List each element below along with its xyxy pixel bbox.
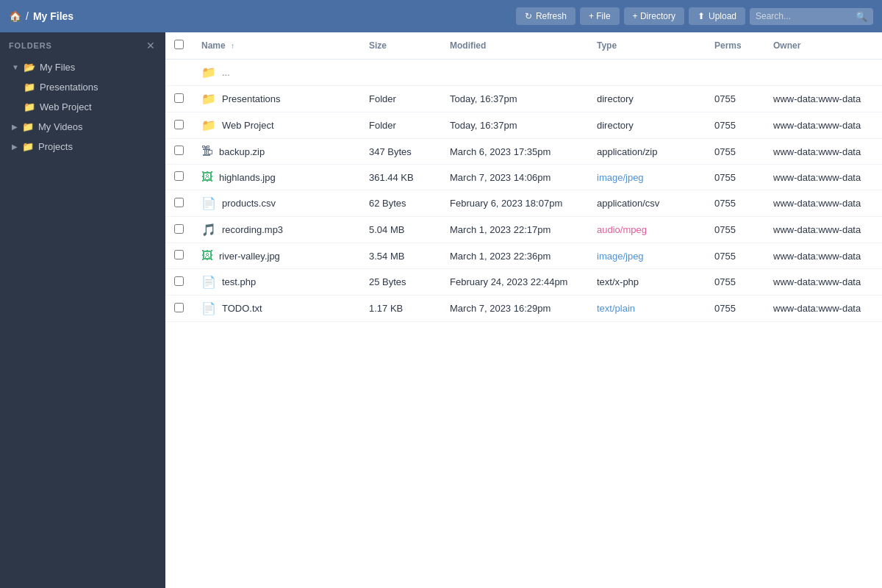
folders-label: Folders <box>9 41 52 50</box>
col-header-name[interactable]: Name ↑ <box>193 32 360 60</box>
file-type: application/zip <box>588 139 706 165</box>
chevron-right-icon: ▶ <box>12 143 18 151</box>
folder-icon: 📁 <box>24 82 35 93</box>
file-owner: www-data:www-data <box>764 112 882 139</box>
file-name[interactable]: test.php <box>222 276 256 287</box>
sidebar-close-button[interactable]: ✕ <box>145 40 157 51</box>
file-area: Name ↑ Size Modified Type Perms <box>165 32 882 588</box>
folder-parent-icon: 📁 <box>201 65 216 79</box>
file-size: Folder <box>360 112 441 139</box>
sidebar-item-label: Presentations <box>40 82 98 93</box>
file-perms <box>706 60 764 86</box>
table-row: 📁Web ProjectFolderToday, 16:37pmdirector… <box>165 112 882 139</box>
file-owner: www-data:www-data <box>764 165 882 190</box>
file-modified: March 1, 2023 22:17pm <box>441 217 588 243</box>
file-type: text/plain <box>588 295 706 322</box>
file-owner <box>764 60 882 86</box>
file-name[interactable]: river-valley.jpg <box>219 251 280 262</box>
file-modified: Today, 16:37pm <box>441 86 588 112</box>
sidebar-item-projects[interactable]: ▶ 📁 Projects <box>3 137 162 156</box>
refresh-button[interactable]: ↻ Refresh <box>516 7 576 25</box>
file-type: text/x-php <box>588 269 706 295</box>
sidebar-header: Folders ✕ <box>0 32 165 57</box>
add-file-button[interactable]: + File <box>580 7 620 25</box>
file-modified: March 7, 2023 14:06pm <box>441 165 588 190</box>
search-box: 🔍 <box>750 8 873 25</box>
col-header-perms[interactable]: Perms <box>706 32 764 60</box>
row-checkbox[interactable] <box>174 146 184 155</box>
table-row: 📄TODO.txt1.17 KBMarch 7, 2023 16:29pmtex… <box>165 295 882 322</box>
row-checkbox[interactable] <box>174 303 184 312</box>
file-perms: 0755 <box>706 295 764 322</box>
file-modified: March 7, 2023 16:29pm <box>441 295 588 322</box>
header-actions: ↻ Refresh + File + Directory ⬆ Upload 🔍 <box>516 7 873 25</box>
search-input[interactable] <box>756 11 851 21</box>
chevron-down-icon: ▼ <box>12 63 19 71</box>
upload-button[interactable]: ⬆ Upload <box>689 7 745 25</box>
file-owner: www-data:www-data <box>764 243 882 269</box>
file-name[interactable]: Web Project <box>222 120 274 131</box>
file-size: 5.04 MB <box>360 217 441 243</box>
folder-icon: 📂 <box>24 62 35 73</box>
row-checkbox[interactable] <box>174 224 184 234</box>
file-perms: 0755 <box>706 243 764 269</box>
mp3-icon: 🎵 <box>201 223 216 237</box>
main-layout: Folders ✕ ▼ 📂 My Files 📁 Presentations 📁… <box>0 32 882 588</box>
file-owner: www-data:www-data <box>764 86 882 112</box>
sidebar-item-label: My Files <box>40 62 75 73</box>
file-modified: Today, 16:37pm <box>441 112 588 139</box>
file-size <box>360 60 441 86</box>
sidebar-item-my-videos[interactable]: ▶ 📁 My Videos <box>3 118 162 136</box>
row-checkbox[interactable] <box>174 250 184 259</box>
file-type <box>588 60 706 86</box>
file-perms: 0755 <box>706 190 764 217</box>
home-icon: 🏠 <box>9 10 21 22</box>
file-name[interactable]: Presentations <box>222 93 281 104</box>
row-checkbox[interactable] <box>174 120 184 129</box>
file-type: image/jpeg <box>588 243 706 269</box>
table-row: 📁... <box>165 60 882 86</box>
file-perms: 0755 <box>706 139 764 165</box>
table-row: 📁PresentationsFolderToday, 16:37pmdirect… <box>165 86 882 112</box>
file-name[interactable]: backup.zip <box>219 146 265 157</box>
sidebar-item-web-project[interactable]: 📁 Web Project <box>3 98 162 116</box>
sidebar-item-presentations[interactable]: 📁 Presentations <box>3 78 162 96</box>
jpg-icon: 🖼 <box>201 249 213 262</box>
page-title: My Files <box>33 10 74 22</box>
sidebar-item-label: Web Project <box>40 101 92 112</box>
file-name[interactable]: TODO.txt <box>222 303 262 314</box>
file-type: directory <box>588 86 706 112</box>
add-directory-button[interactable]: + Directory <box>624 7 684 25</box>
col-header-type[interactable]: Type <box>588 32 706 60</box>
file-name[interactable]: highlands.jpg <box>219 172 276 183</box>
col-header-size[interactable]: Size <box>360 32 441 60</box>
file-owner: www-data:www-data <box>764 295 882 322</box>
file-owner: www-data:www-data <box>764 269 882 295</box>
file-owner: www-data:www-data <box>764 139 882 165</box>
folder-icon: 📁 <box>22 141 34 152</box>
row-checkbox[interactable] <box>174 198 184 207</box>
file-name[interactable]: recording.mp3 <box>222 224 283 235</box>
col-header-modified[interactable]: Modified <box>441 32 588 60</box>
file-name: ... <box>222 67 230 78</box>
search-icon: 🔍 <box>856 11 867 22</box>
sidebar-item-my-files[interactable]: ▼ 📂 My Files <box>3 58 162 76</box>
file-name[interactable]: products.csv <box>222 198 276 209</box>
file-modified: March 1, 2023 22:36pm <box>441 243 588 269</box>
col-header-owner[interactable]: Owner <box>764 32 882 60</box>
txt-icon: 📄 <box>201 301 216 315</box>
file-size: Folder <box>360 86 441 112</box>
file-type: application/csv <box>588 190 706 217</box>
file-type: audio/mpeg <box>588 217 706 243</box>
row-checkbox[interactable] <box>174 171 184 181</box>
select-all-checkbox[interactable] <box>174 40 184 49</box>
file-size: 1.17 KB <box>360 295 441 322</box>
folder-icon: 📁 <box>22 121 34 132</box>
row-checkbox[interactable] <box>174 93 184 103</box>
row-checkbox[interactable] <box>174 276 184 286</box>
table-row: 📄test.php25 BytesFebruary 24, 2023 22:44… <box>165 269 882 295</box>
upload-icon: ⬆ <box>698 11 705 21</box>
file-modified: February 24, 2023 22:44pm <box>441 269 588 295</box>
file-size: 62 Bytes <box>360 190 441 217</box>
file-table: Name ↑ Size Modified Type Perms <box>165 32 882 322</box>
